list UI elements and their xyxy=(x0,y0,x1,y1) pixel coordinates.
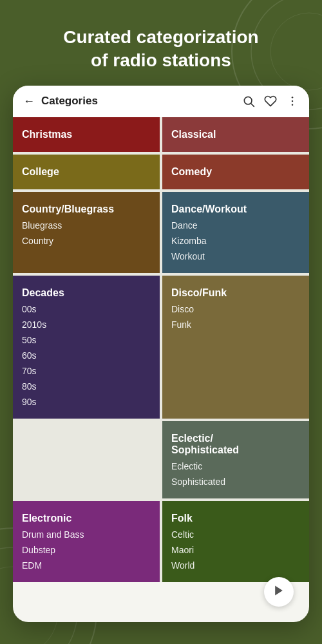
category-country[interactable]: Country/Bluegrass Bluegrass Country xyxy=(13,192,160,273)
category-christmas[interactable]: Christmas xyxy=(13,117,160,152)
more-options-button[interactable] xyxy=(286,95,299,108)
hero-section: Curated categorizationof radio stations xyxy=(0,0,322,86)
svg-point-8 xyxy=(292,97,294,99)
sub-drum-and-bass[interactable]: Drum and Bass xyxy=(22,529,151,540)
category-dance[interactable]: Dance/Workout Dance Kizomba Workout xyxy=(162,192,309,273)
sub-eclectic[interactable]: Eclectic xyxy=(171,461,300,471)
page-title: Categories xyxy=(41,95,98,108)
category-eclectic[interactable]: Eclectic/Sophisticated Eclectic Sophisti… xyxy=(162,421,309,498)
category-decades[interactable]: Decades 00s 2010s 50s 60s 70s 80s 90s xyxy=(13,276,160,419)
sub-workout[interactable]: Workout xyxy=(171,251,300,261)
sub-dance[interactable]: Dance xyxy=(171,220,300,231)
sub-50s[interactable]: 50s xyxy=(22,335,151,345)
favorites-button[interactable] xyxy=(264,95,277,108)
sub-world[interactable]: World xyxy=(171,560,300,571)
category-folk[interactable]: Folk Celtic Maori World xyxy=(162,501,309,582)
search-button[interactable] xyxy=(242,95,255,108)
categories-grid: Christmas Classical College Comedy Count… xyxy=(13,117,309,582)
svg-marker-11 xyxy=(275,586,283,596)
category-comedy[interactable]: Comedy xyxy=(162,155,309,189)
sub-country[interactable]: Country xyxy=(22,236,151,246)
sub-maori[interactable]: Maori xyxy=(171,545,300,555)
category-disco[interactable]: Disco/Funk Disco Funk xyxy=(162,276,309,419)
sub-funk[interactable]: Funk xyxy=(171,319,300,330)
sub-kizomba[interactable]: Kizomba xyxy=(171,236,300,246)
sub-80s[interactable]: 80s xyxy=(22,381,151,392)
category-electronic[interactable]: Electronic Drum and Bass Dubstep EDM xyxy=(13,501,160,582)
sub-00s[interactable]: 00s xyxy=(22,304,151,314)
sub-dubstep[interactable]: Dubstep xyxy=(22,545,151,555)
sub-edm[interactable]: EDM xyxy=(22,560,151,571)
phone-frame: ← Categories Ch xyxy=(13,86,309,622)
sub-sophisticated[interactable]: Sophisticated xyxy=(171,477,300,487)
sub-disco[interactable]: Disco xyxy=(171,304,300,314)
sub-90s[interactable]: 90s xyxy=(22,397,151,407)
category-college[interactable]: College xyxy=(13,155,160,189)
svg-line-7 xyxy=(251,104,254,107)
sub-bluegrass[interactable]: Bluegrass xyxy=(22,220,151,231)
app-header: ← Categories xyxy=(13,86,309,117)
sub-60s[interactable]: 60s xyxy=(22,350,151,361)
play-button[interactable] xyxy=(264,577,294,607)
sub-70s[interactable]: 70s xyxy=(22,366,151,376)
back-button[interactable]: ← xyxy=(23,95,35,108)
sub-2010s[interactable]: 2010s xyxy=(22,319,151,330)
svg-point-9 xyxy=(292,100,294,102)
sub-celtic[interactable]: Celtic xyxy=(171,529,300,540)
category-classical[interactable]: Classical xyxy=(162,117,309,152)
hero-title: Curated categorizationof radio stations xyxy=(26,26,296,73)
svg-point-10 xyxy=(292,104,294,106)
